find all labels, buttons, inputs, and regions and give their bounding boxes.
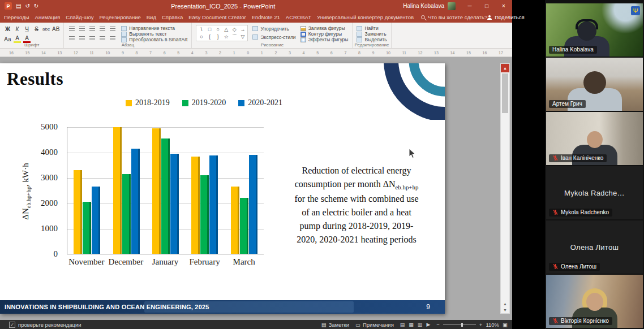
justify-icon[interactable] bbox=[98, 34, 106, 42]
slide-sorter-button[interactable]: ▦ bbox=[409, 322, 414, 327]
numbering-icon[interactable] bbox=[78, 25, 86, 32]
notes-button[interactable]: ▤ Заметки bbox=[321, 322, 349, 328]
participant-tile[interactable]: Артем Грич bbox=[546, 58, 643, 111]
share-button[interactable]: Поделиться bbox=[487, 14, 524, 20]
shape-icon[interactable]: ▽ bbox=[239, 33, 246, 40]
align-left-icon[interactable] bbox=[68, 34, 76, 42]
ribbon-tab[interactable]: Слайд-шоу bbox=[63, 14, 96, 20]
shape-icon[interactable]: ◇ bbox=[231, 26, 238, 33]
tell-me-search[interactable]: Что вы хотите сделать? bbox=[421, 14, 487, 20]
shape-icon[interactable]: \ bbox=[198, 26, 205, 33]
powerpoint-app-icon[interactable]: P bbox=[5, 2, 12, 10]
shape-icon[interactable]: ○ bbox=[198, 33, 205, 40]
text-direction-button[interactable]: Направление текста bbox=[121, 25, 187, 31]
zoom-slider[interactable] bbox=[443, 324, 476, 325]
zoom-in-button[interactable]: + bbox=[479, 322, 483, 328]
ribbon-tab[interactable]: Справка bbox=[159, 14, 186, 20]
participant-tile[interactable]: Mykola Radche…Mykola Radchenko bbox=[546, 166, 643, 219]
spellcheck-icon[interactable]: ✓ bbox=[9, 322, 15, 328]
italic-button[interactable]: К bbox=[14, 25, 21, 33]
participant-tile[interactable]: Іван Калініченко bbox=[546, 112, 643, 165]
ribbon-tab[interactable]: ACROBAT bbox=[283, 14, 314, 20]
align-center-icon[interactable] bbox=[78, 34, 86, 42]
scrollbar-thumb[interactable] bbox=[502, 73, 508, 113]
undo-icon[interactable]: ↺ bbox=[25, 3, 29, 9]
bold-button[interactable]: Ж bbox=[4, 25, 11, 33]
restore-button[interactable]: □ bbox=[478, 0, 495, 12]
bar-2019-2020[interactable] bbox=[161, 138, 170, 254]
bar-2018-2019[interactable] bbox=[113, 127, 122, 254]
bar-2019-2020[interactable] bbox=[200, 175, 209, 254]
fit-slide-button[interactable]: ▣ bbox=[503, 322, 508, 328]
bar-2020-2021[interactable] bbox=[249, 155, 257, 254]
align-right-icon[interactable] bbox=[88, 34, 96, 42]
participant-tile[interactable]: Вікторія Корнієнко bbox=[546, 275, 643, 328]
drawing-group-label[interactable]: Рисование bbox=[192, 42, 352, 47]
shape-outline-button[interactable]: Контур фигуры bbox=[300, 31, 349, 37]
font-color-button[interactable]: А bbox=[23, 35, 31, 43]
strikethrough-button[interactable]: S bbox=[33, 25, 40, 33]
underline-button[interactable]: Ч bbox=[23, 25, 31, 33]
shape-icon[interactable]: } bbox=[214, 33, 222, 40]
shape-fill-button[interactable]: Заливка фигуры bbox=[300, 25, 349, 31]
zoom-level[interactable]: 110% bbox=[486, 322, 499, 328]
character-spacing-button[interactable]: АВ bbox=[52, 25, 59, 33]
redo-icon[interactable]: ↻ bbox=[34, 3, 38, 9]
normal-view-button[interactable]: ▤ bbox=[400, 322, 405, 327]
vertical-scrollbar[interactable]: ▲ ▲ ▼ bbox=[500, 63, 510, 314]
shape-icon[interactable]: □ bbox=[206, 26, 213, 33]
comments-button[interactable]: ▭ Примечания bbox=[355, 322, 394, 328]
highlight-color-button[interactable]: А bbox=[14, 35, 21, 43]
slide[interactable]: Results 2018-20192019-20202020-2021 ΔNeb… bbox=[0, 63, 445, 314]
slide-text-block[interactable]: Reduction of electrical energy consumpti… bbox=[291, 164, 422, 246]
bar-2019-2020[interactable] bbox=[83, 202, 91, 254]
zoom-slider-knob[interactable] bbox=[461, 323, 463, 327]
columns-icon[interactable] bbox=[109, 34, 117, 42]
clear-formatting-button[interactable]: abc bbox=[42, 25, 50, 33]
ribbon-tab[interactable]: Easy Document Creator bbox=[186, 14, 248, 20]
bar-2018-2019[interactable] bbox=[231, 187, 239, 254]
slideshow-button[interactable]: ▶ bbox=[426, 322, 430, 327]
slide-title[interactable]: Results bbox=[7, 69, 63, 89]
bar-2018-2019[interactable] bbox=[191, 157, 200, 254]
bar-2018-2019[interactable] bbox=[74, 170, 82, 254]
participant-tile[interactable]: ΨHalina Kobalava bbox=[546, 3, 643, 57]
arrange-button[interactable]: Упорядочить bbox=[252, 25, 295, 32]
ruler[interactable]: 1615141312111098765432101234567891011121… bbox=[0, 49, 512, 57]
find-button[interactable]: Найти bbox=[357, 25, 387, 31]
quick-styles-button[interactable]: Экспресс-стили bbox=[252, 34, 295, 40]
save-icon[interactable]: ▤ bbox=[16, 3, 21, 9]
account-name[interactable]: Halina Kobalava bbox=[403, 3, 444, 9]
close-button[interactable]: × bbox=[495, 0, 512, 12]
change-case-button[interactable]: Аа bbox=[4, 35, 11, 43]
shape-effects-button[interactable]: Эффекты фигуры bbox=[300, 37, 349, 42]
scroll-up-button[interactable]: ▲ bbox=[501, 64, 509, 72]
indent-decrease-icon[interactable] bbox=[88, 25, 96, 32]
bar-2020-2021[interactable] bbox=[131, 149, 140, 254]
shape-icon[interactable]: → bbox=[239, 26, 246, 33]
reading-view-button[interactable]: ▥ bbox=[418, 322, 423, 327]
shape-icon[interactable]: ○ bbox=[214, 26, 222, 33]
chart[interactable]: ΔNeb.hp+hp, kW·h 010002000300040005000 N… bbox=[17, 123, 283, 278]
previous-slide-button[interactable]: ▲ bbox=[503, 302, 507, 306]
minimize-button[interactable]: ─ bbox=[461, 0, 478, 12]
ribbon-tab[interactable]: Анимация bbox=[32, 14, 63, 20]
bar-2019-2020[interactable] bbox=[122, 174, 131, 254]
zoom-out-button[interactable]: − bbox=[436, 322, 440, 328]
spellcheck-text[interactable]: проверьте рекомендации bbox=[18, 322, 81, 328]
indent-increase-icon[interactable] bbox=[98, 25, 106, 32]
bar-2020-2021[interactable] bbox=[170, 154, 179, 254]
select-button[interactable]: Выделить bbox=[357, 37, 387, 42]
line-spacing-icon[interactable] bbox=[109, 25, 117, 32]
bullets-icon[interactable] bbox=[68, 25, 76, 32]
shape-icon[interactable]: ☆ bbox=[222, 33, 230, 40]
bar-2018-2019[interactable] bbox=[152, 128, 161, 254]
account-avatar[interactable] bbox=[448, 2, 456, 10]
bar-2020-2021[interactable] bbox=[209, 155, 218, 254]
bar-2020-2021[interactable] bbox=[92, 187, 100, 254]
shape-icon[interactable]: { bbox=[206, 33, 213, 40]
ribbon-tab[interactable]: Переходы bbox=[1, 14, 32, 20]
align-text-button[interactable]: Выровнять текст bbox=[121, 31, 187, 37]
ribbon-tab[interactable]: Рецензирование bbox=[96, 14, 143, 20]
shape-icon[interactable]: ⌒ bbox=[231, 33, 238, 40]
